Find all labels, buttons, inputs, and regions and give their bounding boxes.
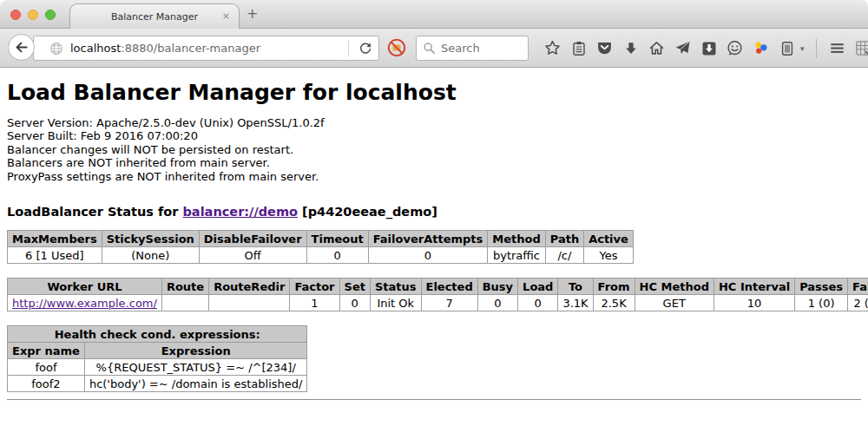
health-check-caption: Health check cond. expressions: (8, 326, 307, 343)
col-worker-url: Worker URL (8, 279, 162, 295)
urlbar-divider (348, 41, 349, 56)
health-check-table: Health check cond. expressions: Expr nam… (7, 325, 307, 392)
balancer-persist-line: Balancer changes will NOT be persisted o… (7, 143, 861, 156)
dropdown-caret-icon[interactable]: ▾ (800, 44, 805, 53)
col-factor: Factor (290, 279, 339, 295)
menu-button[interactable] (828, 39, 846, 57)
balancer-demo-link[interactable]: balancer://demo (182, 205, 298, 219)
url-text: localhost:8880/balancer-manager (70, 42, 260, 55)
box-download-icon[interactable] (700, 39, 718, 57)
status-heading-suffix: [p4420eeae_demo] (298, 205, 437, 219)
chat-smiley-icon[interactable] (726, 39, 744, 57)
status-value: Init Ok (370, 295, 421, 311)
loadbalancer-status-heading: LoadBalancer Status for balancer://demo … (7, 205, 861, 219)
globe-icon (49, 42, 63, 56)
col-busy: Busy (477, 279, 517, 295)
hc-interval-value: 10 (713, 295, 794, 311)
factor-value: 1 (290, 295, 339, 311)
expression-foof2: hc('body') =~ /domain is established/ (84, 376, 307, 392)
window-controls (10, 10, 56, 20)
url-bar[interactable]: localhost:8880/balancer-manager (33, 36, 379, 61)
col-active: Active (584, 231, 634, 247)
table-header-row: Worker URL Route RouteRedir Factor Set S… (8, 279, 868, 295)
table-caption-row: Health check cond. expressions: (8, 326, 307, 343)
colored-dots-icon[interactable] (752, 39, 770, 57)
pocket-icon[interactable] (595, 39, 614, 57)
table-header-row: MaxMembers StickySession DisableFailover… (8, 231, 634, 247)
col-to: To (558, 279, 593, 295)
worker-url-link[interactable]: http://www.example.com/ (12, 297, 157, 310)
content-block-icon (386, 37, 407, 58)
expression-foof: %{REQUEST_STATUS} =~ /^[234]/ (84, 359, 307, 376)
col-expression: Expression (84, 343, 307, 359)
col-passes: Passes (795, 279, 848, 295)
search-input[interactable] (416, 36, 529, 61)
failoverattempts-value: 0 (368, 247, 488, 264)
method-value: bytraffic (488, 247, 545, 264)
table-header-row: Expr name Expression (8, 343, 307, 359)
col-route: Route (161, 279, 208, 295)
expr-name-foof2: foof2 (8, 376, 85, 392)
col-hc-interval: HC Interval (713, 279, 794, 295)
col-path: Path (545, 231, 583, 247)
table-row: 6 [1 Used] (None) Off 0 0 bytraffic /c/ … (8, 247, 634, 264)
url-path: :8880/balancer-manager (121, 42, 260, 55)
disablefailover-value: Off (199, 247, 306, 264)
table-row: foof %{REQUEST_STATUS} =~ /^[234]/ (8, 359, 307, 376)
passes-value: 1 (0) (795, 295, 848, 311)
set-value: 0 (339, 295, 370, 311)
send-icon[interactable] (674, 39, 692, 57)
col-hc-method: HC Method (635, 279, 713, 295)
col-set: Set (339, 279, 370, 295)
home-icon[interactable] (648, 39, 666, 57)
new-tab-button[interactable]: + (247, 5, 258, 22)
busy-value: 0 (477, 295, 517, 311)
bookmark-star-icon[interactable] (543, 39, 562, 57)
archive-icon[interactable] (778, 39, 796, 57)
stickysession-value: (None) (102, 247, 199, 264)
navigation-toolbar: localhost:8880/balancer-manager (0, 29, 868, 68)
reload-icon (358, 42, 372, 56)
worker-table: Worker URL Route RouteRedir Factor Set S… (7, 278, 868, 311)
balancer-inherit-line: Balancers are NOT inherited from main se… (7, 156, 861, 169)
col-routeredir: RouteRedir (209, 279, 290, 295)
balancer-settings-table: MaxMembers StickySession DisableFailover… (7, 230, 634, 264)
status-heading-prefix: LoadBalancer Status for (7, 205, 182, 219)
routeredir-value (209, 295, 290, 311)
path-value: /c/ (545, 247, 583, 264)
col-stickysession: StickySession (102, 231, 199, 247)
col-disablefailover: DisableFailover (199, 231, 306, 247)
worker-url-cell: http://www.example.com/ (8, 295, 162, 311)
col-status: Status (370, 279, 421, 295)
tab-balancer-manager[interactable]: Balancer Manager × (69, 3, 240, 29)
search-bar (416, 36, 529, 61)
hc-method-value: GET (635, 295, 713, 311)
tab-title: Balancer Manager (111, 11, 198, 23)
table-row: http://www.example.com/ 1 0 Init Ok 7 0 … (8, 295, 868, 311)
minimize-window-button[interactable] (28, 10, 38, 20)
expr-name-foof: foof (8, 359, 85, 376)
back-icon (14, 40, 29, 55)
close-window-button[interactable] (10, 10, 21, 20)
browser-window: Balancer Manager × + localhost:8880/bala… (0, 0, 868, 426)
proxypass-inherit-line: ProxyPass settings are NOT inherited fro… (7, 170, 861, 183)
grid-extension-icon[interactable] (854, 39, 868, 57)
url-host: localhost (70, 42, 121, 55)
from-value: 2.5K (593, 295, 635, 311)
downloads-icon[interactable] (621, 39, 640, 57)
fails-value: 2 (0) (848, 295, 868, 311)
load-value: 0 (518, 295, 558, 311)
page-title: Load Balancer Manager for localhost (7, 80, 861, 105)
content-block-button[interactable] (385, 36, 408, 59)
zoom-window-button[interactable] (45, 10, 56, 20)
bottom-separator (7, 399, 861, 401)
tab-close-icon[interactable]: × (222, 10, 230, 22)
server-built-line: Server Built: Feb 9 2016 07:00:20 (7, 129, 861, 142)
col-maxmembers: MaxMembers (8, 231, 102, 247)
col-failoverattempts: FailoverAttempts (368, 231, 488, 247)
back-button[interactable] (8, 34, 35, 61)
reload-button[interactable] (354, 37, 377, 60)
reading-list-icon[interactable] (569, 39, 588, 57)
col-elected: Elected (421, 279, 477, 295)
toolbar-separator (816, 39, 817, 58)
